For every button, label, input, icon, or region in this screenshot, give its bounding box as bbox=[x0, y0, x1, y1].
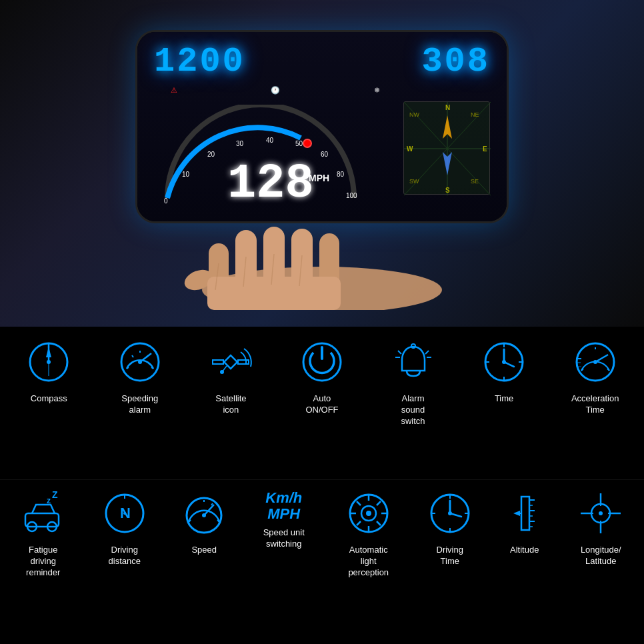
feature-speed-unit: Km/hMPH Speed unitswitching bbox=[247, 490, 321, 550]
feature-satellite: Satelliteicon bbox=[191, 339, 271, 416]
svg-point-110 bbox=[448, 511, 452, 515]
svg-text:Z: Z bbox=[52, 490, 58, 500]
svg-line-101 bbox=[357, 501, 361, 505]
svg-line-59 bbox=[398, 351, 401, 354]
hud-heading: 308 bbox=[421, 42, 490, 81]
svg-text:NW: NW bbox=[409, 111, 419, 118]
svg-text:E: E bbox=[483, 145, 487, 153]
warning-icon-3: ❄ bbox=[374, 86, 380, 95]
time-clock-icon bbox=[481, 339, 527, 385]
feature-auto-light: Automaticlightperception bbox=[330, 490, 407, 579]
svg-line-102 bbox=[377, 521, 381, 525]
fatigue-icon: z Z bbox=[20, 490, 67, 537]
svg-point-129 bbox=[599, 511, 603, 515]
kmh-mph-text: Km/hMPH bbox=[265, 490, 302, 522]
svg-marker-122 bbox=[513, 511, 520, 516]
svg-point-73 bbox=[593, 360, 597, 364]
svg-rect-115 bbox=[521, 497, 529, 530]
speeding-alarm-icon bbox=[117, 339, 163, 385]
driving-distance-icon: N bbox=[101, 490, 148, 537]
svg-line-48 bbox=[132, 355, 133, 357]
altitude-label: Altitude bbox=[510, 545, 539, 556]
svg-text:N: N bbox=[445, 104, 450, 111]
svg-line-56 bbox=[222, 366, 227, 372]
features-row-2: z Z Fatiguedrivingreminder N Drivingdist… bbox=[0, 480, 644, 644]
satellite-label: Satelliteicon bbox=[215, 393, 246, 416]
power-icon bbox=[299, 339, 345, 385]
svg-text:30: 30 bbox=[236, 140, 244, 147]
auto-light-icon bbox=[345, 490, 392, 537]
hero-section: 1200 308 ⚠ 🕐 ❄ bbox=[0, 0, 644, 327]
time-label: Time bbox=[495, 393, 513, 405]
compass-icon bbox=[25, 339, 72, 385]
accel-time-label: AccelerationTime bbox=[571, 393, 619, 416]
svg-text:W: W bbox=[407, 145, 413, 153]
driving-distance-label: Drivingdistance bbox=[109, 545, 141, 567]
svg-rect-33 bbox=[207, 277, 341, 310]
feature-accel-time: AccelerationTime bbox=[555, 339, 635, 416]
features-row-1: Compass Speedingalarm bbox=[0, 327, 644, 480]
svg-rect-80 bbox=[25, 513, 59, 527]
svg-line-72 bbox=[595, 355, 608, 362]
warning-icon-2: 🕐 bbox=[271, 86, 280, 95]
svg-text:NE: NE bbox=[471, 111, 479, 118]
driving-time-icon bbox=[427, 490, 473, 537]
feature-fatigue: z Z Fatiguedrivingreminder bbox=[8, 490, 78, 579]
compass-label: Compass bbox=[31, 393, 67, 405]
svg-point-91 bbox=[202, 513, 206, 517]
speeding-alarm-label: Speedingalarm bbox=[121, 393, 158, 416]
fatigue-label: Fatiguedrivingreminder bbox=[26, 545, 60, 579]
feature-driving-time: DrivingTime bbox=[417, 490, 483, 567]
feature-speeding-alarm: Speedingalarm bbox=[100, 339, 180, 416]
feature-alarm-sound: Alarmsoundswitch bbox=[373, 339, 453, 427]
feature-compass: Compass bbox=[9, 339, 89, 405]
feature-altitude: Altitude bbox=[493, 490, 556, 556]
svg-point-46 bbox=[138, 360, 142, 364]
hud-time: 1200 bbox=[154, 42, 245, 81]
speed-gauge-icon bbox=[181, 490, 227, 537]
svg-point-66 bbox=[502, 360, 506, 364]
svg-line-61 bbox=[425, 351, 429, 354]
feature-auto-onoff: AutoON/OFF bbox=[282, 339, 362, 416]
feature-time: Time bbox=[464, 339, 544, 405]
speed-label: Speed bbox=[191, 545, 217, 556]
svg-line-95 bbox=[211, 503, 213, 505]
svg-text:z: z bbox=[47, 496, 51, 505]
alarm-sound-label: Alarmsoundswitch bbox=[401, 393, 425, 427]
svg-text:20: 20 bbox=[207, 151, 215, 158]
crosshair-icon bbox=[577, 490, 624, 537]
svg-rect-54 bbox=[238, 360, 249, 364]
svg-point-9 bbox=[303, 139, 311, 147]
svg-text:50: 50 bbox=[295, 140, 303, 147]
hand-svg bbox=[155, 177, 489, 310]
svg-point-106 bbox=[366, 511, 371, 516]
lon-lat-label: Longitude/Latitude bbox=[581, 545, 621, 567]
svg-marker-40 bbox=[46, 347, 51, 357]
svg-line-103 bbox=[377, 501, 381, 505]
driving-time-label: DrivingTime bbox=[437, 545, 463, 567]
altitude-icon bbox=[501, 490, 548, 537]
device-hand-container: 1200 308 ⚠ 🕐 ❄ bbox=[89, 17, 555, 310]
feature-speed: Speed bbox=[171, 490, 237, 556]
warning-icon-1: ⚠ bbox=[171, 86, 177, 95]
auto-light-label: Automaticlightperception bbox=[348, 545, 389, 579]
feature-driving-distance: N Drivingdistance bbox=[88, 490, 161, 567]
svg-point-42 bbox=[47, 360, 51, 364]
svg-text:40: 40 bbox=[266, 137, 274, 144]
svg-line-104 bbox=[357, 521, 361, 525]
svg-point-87 bbox=[123, 512, 126, 515]
svg-text:60: 60 bbox=[321, 151, 329, 158]
satellite-icon bbox=[207, 339, 254, 385]
alarm-icon bbox=[390, 339, 437, 385]
svg-rect-53 bbox=[213, 360, 223, 364]
speed-unit-label: Speed unitswitching bbox=[263, 527, 305, 550]
hud-warning-icons: ⚠ 🕐 ❄ bbox=[144, 86, 500, 95]
auto-onoff-label: AutoON/OFF bbox=[305, 393, 338, 416]
accel-time-icon bbox=[572, 339, 619, 385]
feature-lon-lat: Longitude/Latitude bbox=[566, 490, 636, 567]
features-section: Compass Speedingalarm bbox=[0, 327, 644, 644]
